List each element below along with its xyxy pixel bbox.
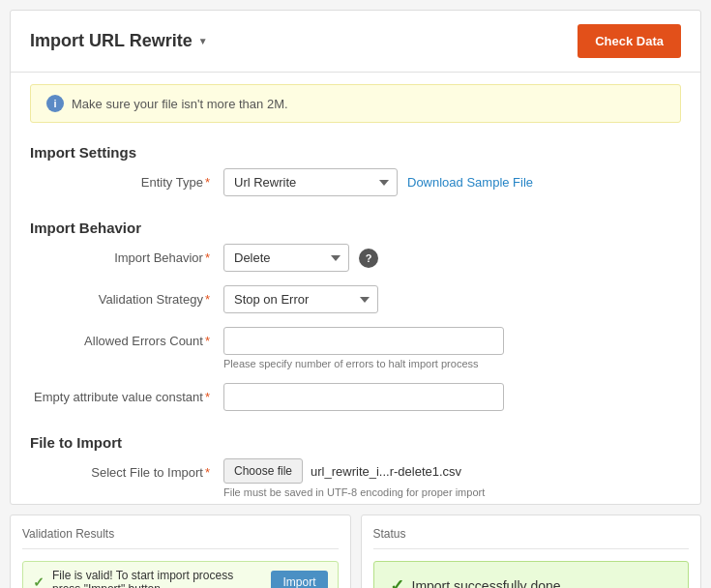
select-file-row: Select File to Import* Choose file url_r… [30,458,681,498]
select-file-label: Select File to Import* [30,458,223,480]
empty-attribute-input[interactable]: __EMPTY_VALUE__ [223,383,504,411]
page-title: Import URL Rewrite [30,31,193,51]
allowed-errors-label: Allowed Errors Count* [30,327,223,348]
file-to-import-section: Select File to Import* Choose file url_r… [11,458,700,498]
entity-type-select-wrap: Url Rewrite Download Sample File [223,168,681,196]
allowed-errors-row: Allowed Errors Count* 10 Please specify … [30,327,681,369]
behavior-label: Import Behavior* [30,244,223,265]
validation-results-panel: Validation Results ✓ File is valid! To s… [10,514,351,588]
behavior-help-icon[interactable]: ? [359,249,378,268]
title-dropdown-arrow[interactable]: ▼ [198,36,208,46]
main-container: Import URL Rewrite ▼ Check Data i Make s… [10,10,701,505]
validation-result-row: ✓ File is valid! To start import process… [22,561,339,588]
validation-panel-title: Validation Results [22,527,339,541]
selected-file-name: url_rewrite_i...r-delete1.csv [311,464,461,479]
entity-type-row: Entity Type* Url Rewrite Download Sample… [30,168,681,196]
import-behavior-heading: Import Behavior [11,210,700,244]
empty-attribute-control: __EMPTY_VALUE__ [223,383,681,411]
validation-strategy-select[interactable]: Stop on Error Skip on Error [223,285,378,313]
allowed-errors-input[interactable]: 10 [223,327,504,355]
file-input-area: Choose file url_rewrite_i...r-delete1.cs… [223,458,681,484]
entity-type-control: Url Rewrite Download Sample File [223,168,681,196]
empty-attribute-row: Empty attribute value constant* __EMPTY_… [30,383,681,411]
bottom-panels: Validation Results ✓ File is valid! To s… [0,514,711,588]
allowed-errors-control: 10 Please specify number of errors to ha… [223,327,681,369]
allowed-errors-hint: Please specify number of errors to halt … [223,358,681,369]
import-behavior-section: Import Behavior* Delete Append Replace ?… [11,244,700,411]
import-settings-section: Entity Type* Url Rewrite Download Sample… [11,168,700,196]
behavior-control: Delete Append Replace ? [223,244,681,272]
download-sample-link[interactable]: Download Sample File [407,175,533,190]
file-to-import-heading: File to Import [11,425,700,458]
validation-strategy-label: Validation Strategy* [30,285,223,307]
info-icon: i [46,95,64,112]
status-check-icon: ✓ [390,575,404,588]
import-settings-heading: Import Settings [11,134,700,168]
info-banner: i Make sure your file isn't more than 2M… [30,84,681,123]
validation-check-icon: ✓ [33,574,44,588]
import-button[interactable]: Import [271,571,327,588]
status-result-row: ✓ Import successfully done [373,561,690,588]
header-title-area: Import URL Rewrite ▼ [30,31,208,51]
select-file-control: Choose file url_rewrite_i...r-delete1.cs… [223,458,681,498]
behavior-select-wrap: Delete Append Replace ? [223,244,681,272]
status-panel: Status ✓ Import successfully done [361,514,702,588]
choose-file-button[interactable]: Choose file [223,458,303,484]
entity-type-label: Entity Type* [30,168,223,190]
file-encoding-hint: File must be saved in UTF-8 encoding for… [223,486,681,498]
entity-type-select[interactable]: Url Rewrite [223,168,398,196]
validation-strategy-row: Validation Strategy* Stop on Error Skip … [30,285,681,313]
validation-divider [22,548,339,549]
behavior-row: Import Behavior* Delete Append Replace ? [30,244,681,272]
page-header: Import URL Rewrite ▼ Check Data [11,11,700,73]
check-data-button[interactable]: Check Data [578,24,681,58]
info-banner-text: Make sure your file isn't more than 2M. [72,97,288,111]
validation-message: File is valid! To start import process p… [52,569,263,588]
status-panel-title: Status [373,527,690,541]
status-message: Import successfully done [412,578,561,588]
status-divider [373,548,690,549]
empty-attribute-label: Empty attribute value constant* [30,383,223,404]
behavior-select[interactable]: Delete Append Replace [223,244,349,272]
validation-strategy-control: Stop on Error Skip on Error [223,285,681,313]
